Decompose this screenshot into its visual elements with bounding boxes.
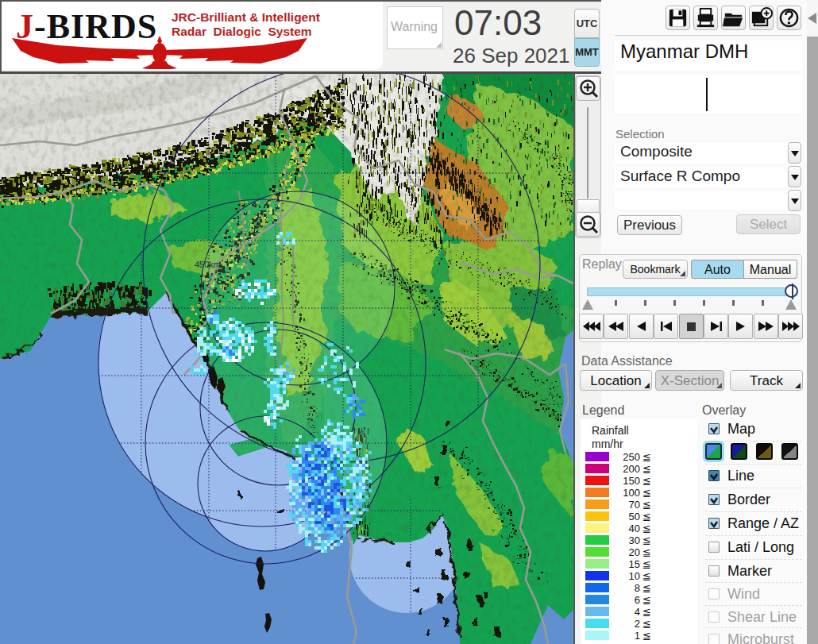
svg-text:450km: 450km	[195, 260, 221, 269]
